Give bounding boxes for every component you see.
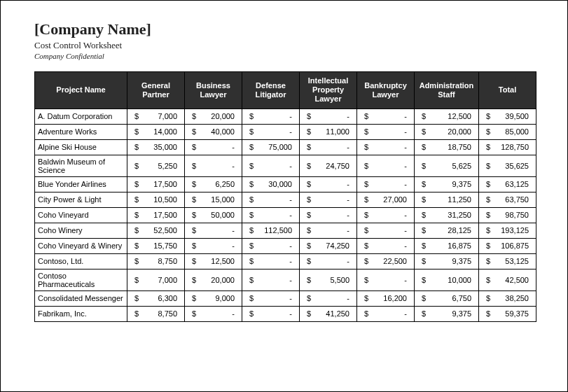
money-cell: $85,000 (479, 124, 536, 139)
amount-value: 39,500 (490, 112, 529, 120)
money-cell: $59,375 (479, 306, 536, 321)
money-cell: $15,750 (127, 238, 185, 253)
money-cell: $- (185, 139, 242, 155)
table-row: Coho Vineyard & Winery$15,750$-$-$74,250… (35, 238, 536, 253)
amount-value: 6,300 (139, 294, 177, 302)
amount-value: 11,250 (426, 195, 471, 204)
amount-value: 14,000 (139, 127, 177, 136)
money-cell: $- (300, 192, 357, 207)
money-cell: $- (185, 155, 242, 176)
amount-value: - (311, 257, 349, 265)
money-cell: $10,500 (127, 192, 185, 207)
money-cell: $40,000 (185, 124, 242, 139)
money-cell: $41,250 (300, 306, 357, 321)
money-cell: $42,500 (479, 269, 536, 290)
amount-value: 17,500 (139, 211, 177, 219)
money-cell: $- (300, 253, 357, 269)
amount-value: - (254, 127, 292, 136)
amount-value: - (196, 241, 235, 250)
money-cell: $- (300, 207, 357, 223)
column-header: General Partner (127, 72, 185, 109)
money-cell: $9,375 (415, 306, 479, 321)
project-name-cell: Baldwin Museum of Science (35, 155, 127, 176)
money-cell: $- (242, 269, 300, 290)
amount-value: - (196, 226, 235, 234)
amount-value: 9,000 (196, 294, 235, 302)
amount-value: - (368, 241, 407, 250)
money-cell: $11,250 (415, 192, 479, 207)
amount-value: - (368, 143, 407, 151)
money-cell: $30,000 (242, 176, 300, 192)
money-cell: $10,000 (415, 269, 479, 290)
money-cell: $- (242, 192, 300, 207)
amount-value: 7,000 (139, 112, 177, 120)
amount-value: - (254, 112, 292, 120)
money-cell: $5,250 (127, 155, 185, 176)
money-cell: $50,000 (185, 207, 242, 223)
money-cell: $- (242, 124, 300, 139)
amount-value: 31,250 (426, 211, 471, 219)
amount-value: 40,000 (196, 127, 235, 136)
amount-value: 193,125 (490, 226, 529, 234)
table-row: Consolidated Messenger$6,300$9,000$-$-$1… (35, 290, 536, 306)
money-cell: $- (300, 290, 357, 306)
money-cell: $6,300 (127, 290, 185, 306)
money-cell: $31,250 (415, 207, 479, 223)
money-cell: $7,000 (127, 108, 185, 124)
money-cell: $24,750 (300, 155, 357, 176)
money-cell: $12,500 (185, 253, 242, 269)
amount-value: 85,000 (490, 127, 529, 136)
amount-value: - (254, 162, 292, 170)
amount-value: 12,500 (426, 112, 471, 120)
table-row: Coho Winery$52,500$-$112,500$-$-$28,125$… (35, 223, 536, 238)
money-cell: $7,000 (127, 269, 185, 290)
money-cell: $9,000 (185, 290, 242, 306)
money-cell: $- (185, 223, 242, 238)
amount-value: - (368, 127, 407, 136)
money-cell: $35,625 (479, 155, 536, 176)
table-row: Contoso Pharmaceuticals$7,000$20,000$-$5… (35, 269, 536, 290)
money-cell: $20,000 (185, 108, 242, 124)
money-cell: $20,000 (185, 269, 242, 290)
money-cell: $38,250 (479, 290, 536, 306)
amount-value: 10,000 (426, 276, 471, 284)
money-cell: $35,000 (127, 139, 185, 155)
amount-value: 9,375 (426, 257, 471, 265)
amount-value: - (368, 226, 407, 234)
money-cell: $98,750 (479, 207, 536, 223)
amount-value: - (254, 241, 292, 250)
column-header: Intellectual Property Lawyer (300, 72, 357, 109)
money-cell: $- (357, 238, 415, 253)
table-header: Project NameGeneral PartnerBusiness Lawy… (35, 72, 536, 109)
amount-value: 98,750 (490, 211, 529, 219)
column-header: Total (479, 72, 536, 109)
money-cell: $11,000 (300, 124, 357, 139)
amount-value: 5,500 (311, 276, 349, 284)
amount-value: 38,250 (490, 294, 529, 302)
column-header: Administration Staff (415, 72, 479, 109)
project-name-cell: Adventure Works (35, 124, 127, 139)
table-row: Blue Yonder Airlines$17,500$6,250$30,000… (35, 176, 536, 192)
column-header: Project Name (35, 72, 127, 109)
money-cell: $63,750 (479, 192, 536, 207)
worksheet-title: Cost Control Worksheet (34, 40, 534, 51)
amount-value: - (368, 211, 407, 219)
table-row: Adventure Works$14,000$40,000$-$11,000$-… (35, 124, 536, 139)
table-row: Baldwin Museum of Science$5,250$-$-$24,7… (35, 155, 536, 176)
amount-value: 17,500 (139, 180, 177, 188)
money-cell: $- (357, 306, 415, 321)
money-cell: $- (357, 207, 415, 223)
amount-value: - (311, 195, 349, 204)
amount-value: - (196, 162, 235, 170)
money-cell: $12,500 (415, 108, 479, 124)
amount-value: - (311, 180, 349, 188)
amount-value: - (254, 276, 292, 284)
amount-value: - (254, 195, 292, 204)
table-row: Fabrikam, Inc.$8,750$-$-$41,250$-$9,375$… (35, 306, 536, 321)
amount-value: - (196, 143, 235, 151)
money-cell: $- (185, 306, 242, 321)
amount-value: 9,375 (426, 309, 471, 318)
amount-value: - (311, 294, 349, 302)
money-cell: $128,750 (479, 139, 536, 155)
money-cell: $17,500 (127, 176, 185, 192)
